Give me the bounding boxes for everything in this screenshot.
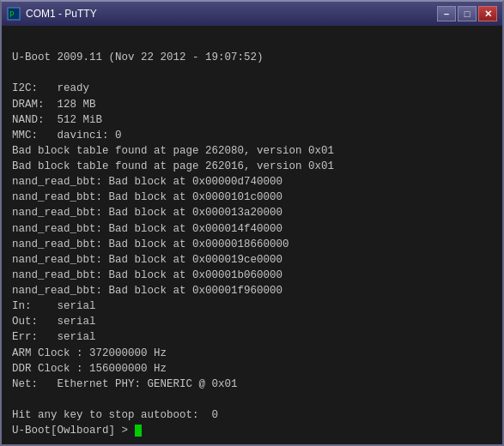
terminal-line: Net: Ethernet PHY: GENERIC @ 0x01 <box>12 377 492 392</box>
terminal-line: ARM Clock : 372000000 Hz <box>12 346 492 361</box>
terminal-line: nand_read_bbt: Bad block at 0x00000d7400… <box>12 174 492 190</box>
terminal-line: nand_read_bbt: Bad block at 0x000013a200… <box>12 205 492 220</box>
terminal-output[interactable]: U-Boot 2009.11 (Nov 22 2012 - 19:07:52) … <box>2 26 502 444</box>
terminal-line <box>12 392 492 407</box>
putty-window: P COM1 - PuTTY – □ ✕ U-Boot 2009.11 (Nov… <box>0 0 504 446</box>
terminal-cursor <box>135 425 142 437</box>
terminal-line: nand_read_bbt: Bad block at 0x000019ce00… <box>12 252 492 268</box>
terminal-line: U-Boot 2009.11 (Nov 22 2012 - 19:07:52) <box>12 50 492 65</box>
window-title: COM1 - PuTTY <box>26 8 437 20</box>
terminal-line: Out: serial <box>12 314 492 329</box>
terminal-line <box>12 65 492 81</box>
terminal-line: nand_read_bbt: Bad block at 0x000014f400… <box>12 221 492 237</box>
terminal-line: Hit any key to stop autoboot: 0 <box>12 407 492 423</box>
maximize-button[interactable]: □ <box>458 6 477 21</box>
title-bar: P COM1 - PuTTY – □ ✕ <box>2 2 502 26</box>
terminal-line <box>12 34 492 50</box>
minimize-button[interactable]: – <box>437 6 456 21</box>
terminal-line: U-Boot[Owlboard] > <box>12 423 492 438</box>
terminal-line: Err: serial <box>12 329 492 345</box>
window-controls: – □ ✕ <box>437 6 497 21</box>
terminal-line: I2C: ready <box>12 81 492 96</box>
terminal-line: nand_read_bbt: Bad block at 0x00001b0600… <box>12 268 492 283</box>
terminal-line: DDR Clock : 156000000 Hz <box>12 361 492 377</box>
putty-icon: P <box>7 7 21 21</box>
terminal-line: NAND: 512 MiB <box>12 112 492 128</box>
terminal-line: DRAM: 128 MB <box>12 97 492 112</box>
terminal-line: Bad block table found at page 262016, ve… <box>12 159 492 174</box>
terminal-line: In: serial <box>12 298 492 314</box>
svg-text:P: P <box>9 10 15 19</box>
terminal-line: Bad block table found at page 262080, ve… <box>12 143 492 159</box>
terminal-line: nand_read_bbt: Bad block at 0x0000101c00… <box>12 190 492 205</box>
terminal-line: nand_read_bbt: Bad block at 0x00001f9600… <box>12 283 492 298</box>
terminal-line: nand_read_bbt: Bad block at 0x0000018660… <box>12 237 492 252</box>
close-button[interactable]: ✕ <box>478 6 497 21</box>
terminal-line: MMC: davinci: 0 <box>12 128 492 143</box>
